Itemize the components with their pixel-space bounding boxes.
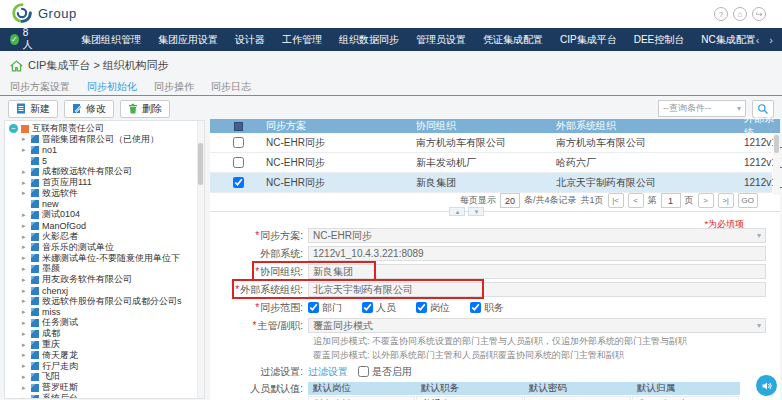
tab[interactable]: 同步日志 [211,79,251,95]
scope-checkbox[interactable] [362,302,373,313]
expand-arrow-icon[interactable]: ▸ [22,168,28,176]
first-page-button[interactable]: |< [608,193,624,208]
tree-item[interactable]: ▸ 普罗旺斯 [9,382,196,393]
logout-icon[interactable]: ↪ [752,7,766,21]
tree-item[interactable]: ▸ 飞阳 [9,372,196,383]
expand-arrow-icon[interactable]: ▸ [22,384,28,392]
nav-menu-item[interactable]: 集团组织管理 [81,33,141,47]
nav-menu-item[interactable]: 组织数据同步 [339,33,399,47]
nav-scroll-left-icon[interactable]: ‹ [756,34,760,46]
scope-option[interactable]: 职务 [470,301,504,315]
expand-arrow-icon[interactable]: ▸ [22,276,28,284]
page-input[interactable] [661,193,681,208]
tree-item[interactable]: ▸ 晋能集团有限公司（已使用） [9,134,196,145]
tree-scrollbar[interactable] [197,121,204,398]
voice-assistant-button[interactable] [756,375,777,396]
expand-arrow-icon[interactable]: ▸ [22,211,28,219]
nav-menu-item[interactable]: NC集成配置 [701,33,755,47]
table-row[interactable]: NC-EHR同步 新良集团 北京天宇制药有限公司 1212v1_10.4.3.2… [210,173,772,193]
tree-item[interactable]: ▸ 成都致远软件有限公司 [9,166,196,177]
nav-menu-item[interactable]: 工作管理 [282,33,322,47]
query-condition-select[interactable]: --查询条件-- ▾ [658,100,746,117]
collapse-toggle-icon[interactable]: − [9,124,18,133]
tree-scrollbar-thumb[interactable] [198,143,203,185]
expand-arrow-icon[interactable]: ▸ [22,395,28,399]
help-icon[interactable]: ? [714,7,728,21]
tree-item[interactable]: ▸ 首页应用111 [9,177,196,188]
collapse-up-button[interactable]: ▲ [449,207,465,216]
expand-arrow-icon[interactable]: ▸ [22,179,28,187]
plan-select[interactable]: NC-EHR同步 ▾ [308,228,766,243]
select-all-checkbox[interactable] [234,122,243,131]
filter-settings-link[interactable]: 过滤设置 [308,365,348,379]
tree-item[interactable]: ▸ new [9,199,196,210]
edit-button[interactable]: 修改 [64,100,114,118]
tree-item[interactable]: ▸ 行尸走肉 [9,361,196,372]
expand-arrow-icon[interactable]: ▸ [22,319,28,327]
nav-menu-item[interactable]: CIP集成平台 [560,33,617,47]
tree-item[interactable]: ▸ 测试0104 [9,210,196,221]
coop-org-input[interactable] [308,264,766,279]
expand-arrow-icon[interactable]: ▸ [22,265,28,273]
tree-item[interactable]: ▸ ManOfGod [9,220,196,231]
expand-arrow-icon[interactable]: ▸ [22,362,28,370]
new-button[interactable]: 新建 [8,100,58,118]
nav-menu-item[interactable]: 集团应用设置 [158,33,218,47]
scope-option[interactable]: 岗位 [416,301,450,315]
ext-sys-input[interactable] [308,246,766,261]
expand-arrow-icon[interactable]: ▸ [22,189,28,197]
expand-arrow-icon[interactable]: ▸ [22,341,28,349]
home-icon[interactable]: ⌂ [733,7,747,21]
tree-item[interactable]: ▸ 米娜测试单位-不要随意使用单位下 [9,253,196,264]
tree-item[interactable]: ▸ 任务测试 [9,318,196,329]
nav-menu-item[interactable]: 管理员设置 [416,33,466,47]
nav-menu-item[interactable]: 凭证集成配置 [483,33,543,47]
mode-select[interactable]: 覆盖同步模式 ▾ [308,318,766,333]
go-button[interactable]: GO [738,193,758,208]
tree-item[interactable]: ▸ 重庆 [9,339,196,350]
ext-org-input[interactable] [308,282,766,297]
scope-checkbox[interactable] [308,302,319,313]
table-row[interactable]: NC-EHR同步 新丰发动机厂 哈药六厂 1212v1_10.4.3.221:8… [210,153,772,173]
scope-option[interactable]: 人员 [362,301,396,315]
expand-arrow-icon[interactable]: ▸ [22,297,28,305]
expand-arrow-icon[interactable]: ▸ [22,254,28,262]
table-row[interactable]: NC-EHR同步 南方机动车有限公司 南方机动车有限公司 1212v1_10.4… [210,133,772,153]
tree-item[interactable]: ▸ 致远软件股份有限公司成都分公司s [9,296,196,307]
expand-arrow-icon[interactable]: ▸ [22,222,28,230]
per-page-input[interactable] [500,193,520,208]
expand-arrow-icon[interactable]: ▸ [22,146,28,154]
next-page-button[interactable]: > [698,193,714,208]
row-checkbox[interactable] [233,157,244,168]
expand-arrow-icon[interactable]: ▸ [22,351,28,359]
expand-arrow-icon[interactable]: ▸ [22,233,28,241]
home-breadcrumb-icon[interactable] [10,60,23,72]
table-scrollbar[interactable] [773,133,780,195]
row-checkbox[interactable] [233,177,244,188]
expand-arrow-icon[interactable]: ▸ [22,243,28,251]
delete-button[interactable]: 删除 [120,100,170,118]
last-page-button[interactable]: >| [718,193,734,208]
tab[interactable]: 同步操作 [154,79,194,95]
expand-arrow-icon[interactable]: ▸ [22,308,28,316]
user-count-badge[interactable]: ✓ 8人 [10,27,35,52]
tree-item[interactable]: ▸ 系统后台 [9,393,196,399]
tab[interactable]: 同步初始化 [87,79,137,95]
filter-enable-checkbox[interactable] [358,366,369,377]
filter-enable-option[interactable]: 是否启用 [358,365,412,379]
tree-item[interactable]: ▸ 致远软件 [9,188,196,199]
tab[interactable]: 同步方案设置 [10,79,70,95]
expand-arrow-icon[interactable]: ▸ [22,330,28,338]
nav-menu-item[interactable]: DEE控制台 [634,33,685,47]
scope-option[interactable]: 部门 [308,301,342,315]
expand-arrow-icon[interactable]: ▸ [22,135,28,143]
expand-arrow-icon[interactable]: ▸ [22,373,28,381]
tree-item[interactable]: ▸ 用友政务软件有限公司 [9,274,196,285]
expand-arrow-icon[interactable]: ▸ [22,287,28,295]
row-checkbox[interactable] [233,137,244,148]
collapse-down-button[interactable]: ▼ [468,207,484,216]
prev-page-button[interactable]: < [628,193,644,208]
scope-checkbox[interactable] [470,302,481,313]
table-scrollbar-thumb[interactable] [774,135,779,153]
tree-item[interactable]: ▸ 倚天屠龙 [9,350,196,361]
